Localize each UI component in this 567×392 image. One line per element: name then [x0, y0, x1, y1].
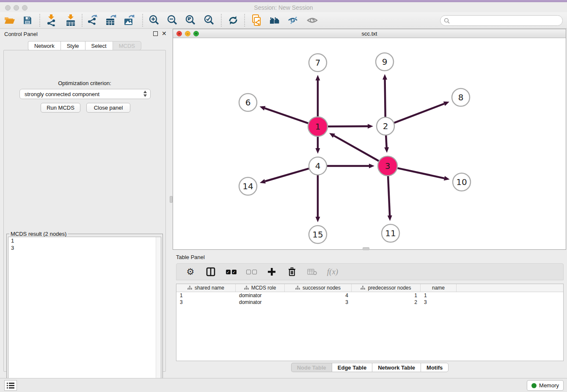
splitter-handle-vertical[interactable] — [170, 196, 173, 203]
arrowhead-3-11 — [388, 215, 392, 221]
cell-successor-nodes[interactable]: 4 — [285, 292, 352, 299]
memory-button[interactable]: Memory — [527, 380, 564, 391]
edge-1-6[interactable] — [265, 108, 308, 123]
search-field[interactable] — [440, 15, 563, 26]
tab-select[interactable]: Select — [85, 41, 113, 50]
splitter-handle-horizontal[interactable] — [363, 247, 369, 250]
export-image-button[interactable] — [123, 13, 136, 28]
hide-selected-button[interactable] — [287, 13, 300, 28]
cell-shared-name[interactable]: 3 — [176, 299, 236, 306]
import-table-button[interactable] — [64, 13, 77, 28]
task-list-icon — [7, 383, 14, 389]
search-input[interactable] — [452, 17, 562, 24]
cell-predecessor-nodes[interactable]: 2 — [352, 299, 421, 306]
run-mcds-button[interactable]: Run MCDS — [41, 103, 80, 113]
toolbar-separator — [142, 14, 143, 27]
export-table-button[interactable] — [105, 13, 118, 28]
result-item[interactable]: 3 — [8, 244, 161, 251]
column-label: predecessor nodes — [368, 285, 411, 291]
zoom-out-button[interactable] — [166, 13, 179, 28]
clone-network-button[interactable] — [250, 13, 263, 28]
memory-status-icon — [531, 383, 537, 388]
arrowhead-3-10 — [444, 176, 450, 181]
refresh-icon — [228, 15, 239, 26]
tab-node-table[interactable]: Node Table — [291, 363, 332, 372]
network-canvas[interactable]: 7968124314101511 — [173, 38, 566, 249]
trash-icon — [288, 267, 296, 276]
arrowhead-1-6 — [259, 106, 265, 110]
close-panel-button[interactable]: Close panel — [86, 103, 130, 113]
zoom-fit-button[interactable] — [184, 13, 197, 28]
edge-4-14[interactable] — [265, 168, 309, 181]
column-header-mcds-role[interactable]: MCDS role — [236, 284, 285, 292]
edge-3-1[interactable] — [334, 136, 379, 161]
cell-successor-nodes[interactable]: 3 — [285, 299, 352, 306]
edge-2-9[interactable] — [385, 80, 385, 117]
edge-3-10[interactable] — [397, 168, 444, 178]
cell-shared-name[interactable]: 1 — [176, 292, 236, 299]
result-scrollbar[interactable] — [156, 237, 161, 392]
column-header-name[interactable]: name — [421, 284, 457, 292]
float-panel-icon[interactable] — [153, 31, 158, 36]
delete-table-icon — [307, 268, 317, 276]
open-session-button[interactable] — [3, 13, 16, 28]
create-column-button[interactable] — [266, 266, 277, 277]
network-window-titlebar[interactable]: ✕ − + scc.txt — [173, 29, 566, 38]
zoom-selected-button[interactable] — [203, 13, 215, 28]
save-floppy-icon — [23, 16, 32, 25]
delete-table-button — [307, 266, 318, 277]
cell-name[interactable]: 1 — [421, 292, 457, 299]
first-neighbors-button[interactable] — [268, 13, 281, 28]
tab-style[interactable]: Style — [61, 41, 85, 50]
network-graph[interactable]: 7968124314101511 — [173, 38, 566, 249]
network-window-title: scc.txt — [173, 30, 566, 37]
show-all-button[interactable] — [306, 13, 319, 28]
tab-network[interactable]: Network — [28, 41, 61, 50]
checked-boxes-icon: ✓✓ — [226, 270, 237, 274]
edge-1-2[interactable] — [328, 126, 368, 127]
criterion-select[interactable]: strongly connected component — [19, 89, 151, 99]
mcds-result-list[interactable]: 1 3 — [8, 237, 161, 392]
table-row[interactable]: 3 dominator 3 2 3 — [176, 299, 563, 306]
zoom-in-button[interactable] — [148, 13, 160, 28]
column-header-successor-nodes[interactable]: successor nodes — [285, 284, 352, 292]
columns-icon — [206, 267, 215, 276]
cell-mcds-role[interactable]: dominator — [236, 292, 285, 299]
table-row[interactable]: 1 dominator 4 1 1 — [176, 292, 563, 299]
column-header-shared-name[interactable]: shared name — [176, 284, 236, 292]
column-header-predecessor-nodes[interactable]: predecessor nodes — [352, 284, 421, 292]
edge-2-3[interactable] — [386, 135, 386, 147]
task-history-button[interactable] — [4, 380, 17, 391]
table-options-button[interactable]: ⚙ — [185, 266, 196, 277]
result-item[interactable]: 1 — [8, 237, 161, 244]
tab-network-table[interactable]: Network Table — [372, 363, 421, 372]
edge-3-11[interactable] — [388, 176, 390, 215]
close-panel-icon[interactable]: ✕ — [162, 31, 167, 36]
node-label-4: 4 — [315, 161, 321, 171]
edge-2-8[interactable] — [394, 104, 444, 123]
node-label-10: 10 — [456, 177, 467, 187]
refresh-layout-button[interactable] — [227, 13, 239, 28]
import-network-button[interactable] — [45, 13, 58, 28]
zoom-in-icon — [149, 15, 160, 26]
zoom-fit-icon — [185, 15, 196, 26]
arrowhead-2-8 — [443, 102, 449, 106]
arrowhead-1-4 — [316, 148, 320, 154]
show-columns-button[interactable] — [205, 266, 216, 277]
cell-mcds-role[interactable]: dominator — [236, 299, 285, 306]
toolbar-separator — [82, 14, 83, 27]
cell-predecessor-nodes[interactable]: 1 — [352, 292, 421, 299]
delete-column-button[interactable] — [286, 266, 297, 277]
tab-motifs[interactable]: Motifs — [421, 363, 449, 372]
unselect-all-columns-button[interactable] — [246, 266, 257, 277]
tab-mcds[interactable]: MCDS — [113, 41, 141, 50]
node-label-11: 11 — [385, 228, 396, 238]
cell-name[interactable]: 3 — [421, 299, 457, 306]
tab-edge-table[interactable]: Edge Table — [332, 363, 372, 372]
save-session-button[interactable] — [21, 13, 34, 28]
export-network-button[interactable] — [87, 13, 99, 28]
toolbar-separator — [244, 14, 245, 27]
select-all-columns-button[interactable]: ✓✓ — [226, 266, 237, 277]
table-toolbar: ⚙ ✓✓ f(x) — [176, 263, 564, 280]
column-label: MCDS role — [251, 285, 276, 291]
